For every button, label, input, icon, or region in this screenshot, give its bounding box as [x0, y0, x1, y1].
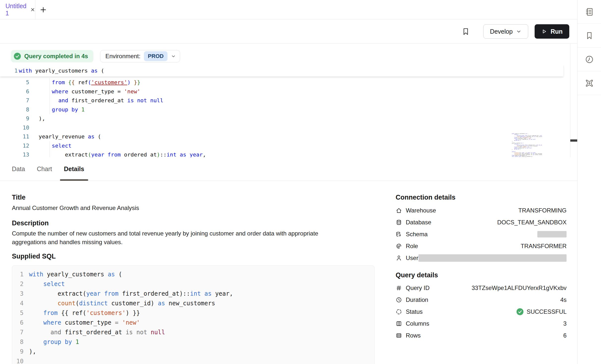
tab-close-icon[interactable]	[30, 7, 35, 12]
main-area: Untitled 1 Develop Run	[0, 0, 577, 364]
detail-label: Status	[406, 308, 423, 315]
detail-value: 6	[563, 332, 567, 339]
detail-row-query-id: Query ID33TZseWpe1ALFDUYerxR1gVKxbv	[396, 282, 567, 294]
tab-untitled-1[interactable]: Untitled 1	[0, 0, 35, 19]
connection-details-heading: Connection details	[396, 193, 567, 202]
plus-icon	[40, 6, 47, 13]
code-line-9: 9),	[15, 347, 374, 357]
code-line-1: 1with yearly_customers as (	[15, 270, 374, 279]
tab-chart[interactable]: Chart	[33, 157, 56, 181]
code-line-10: 10	[15, 357, 374, 364]
clock-icon	[396, 297, 402, 303]
code-line-5[interactable]: 5 from {{ ref('customers') }}	[0, 78, 570, 87]
description-value: Compute the number of new customers and …	[12, 229, 351, 246]
detail-value: DOCS_TEAM_SANDBOX	[497, 219, 567, 226]
code-line-7[interactable]: 7 and first_ordered_at is not null	[0, 96, 570, 105]
editor-minimap[interactable]: with yearly_customers as ( select extrac…	[512, 133, 542, 157]
connection-details-rows: WarehouseTRANSFORMINGDatabaseDOCS_TEAM_S…	[396, 205, 567, 264]
notebook-panel-button[interactable]	[577, 0, 601, 24]
code-line-10[interactable]: 10	[0, 123, 570, 132]
query-details-rows: Query ID33TZseWpe1ALFDUYerxR1gVKxbvDurat…	[396, 282, 567, 341]
notebook-icon	[584, 7, 595, 17]
code-line-4: 4 count(distinct customer_id) as new_cus…	[15, 299, 374, 308]
run-label: Run	[550, 28, 563, 35]
code-line-7: 7 and first_ordered_at is not null	[15, 328, 374, 337]
develop-label: Develop	[490, 28, 513, 35]
tab-bar: Untitled 1	[0, 0, 577, 20]
bookmarks-panel-button[interactable]	[577, 24, 601, 48]
code-line-1[interactable]: 1with yearly_customers as (	[0, 65, 563, 77]
bookmark-icon	[584, 30, 595, 41]
result-tabs: Data Chart Details	[0, 157, 577, 181]
detail-label: Warehouse	[406, 207, 436, 214]
clock-icon	[584, 54, 595, 65]
scrollbar-thumb[interactable]	[570, 139, 577, 142]
detail-value: 4s	[560, 296, 567, 303]
status-icon	[396, 309, 402, 315]
detail-row-rows: Rows6	[396, 330, 567, 341]
code-line-12[interactable]: 12 select	[0, 141, 570, 151]
code-editor[interactable]: 5 from {{ ref('customers') }}6 where cus…	[0, 65, 570, 157]
tab-details[interactable]: Details	[60, 157, 88, 181]
user-icon	[396, 255, 402, 261]
detail-row-user: User	[396, 252, 567, 264]
detail-row-duration: Duration4s	[396, 294, 567, 306]
query-details-heading: Query details	[396, 271, 567, 279]
bookmark-button[interactable]	[462, 27, 470, 36]
detail-row-status: StatusSUCCESSFUL	[396, 306, 567, 318]
detail-label: Schema	[406, 231, 428, 238]
code-line-8: 8 group by 1	[15, 337, 374, 347]
play-icon	[541, 28, 547, 34]
details-right-column: Connection details WarehouseTRANSFORMING…	[396, 181, 567, 341]
toolbar: Query completed in 4s Environment: PROD	[0, 44, 577, 65]
code-line-13[interactable]: 13 extract(year from ordered_at)::int as…	[0, 150, 570, 157]
title-heading: Title	[12, 193, 375, 202]
code-line-9[interactable]: 9),	[0, 114, 570, 123]
redacted-value	[418, 254, 567, 262]
supplied-sql-heading: Supplied SQL	[12, 252, 375, 260]
bookmark-icon	[462, 27, 470, 36]
detail-label: Columns	[406, 320, 429, 327]
detail-value: 3	[563, 320, 567, 327]
query-status-pill: Query completed in 4s	[11, 50, 93, 62]
environment-label: Environment:	[105, 53, 140, 60]
code-line-11[interactable]: 11yearly_revenue as (	[0, 132, 570, 141]
supplied-sql-block: 1with yearly_customers as (2 select3 ext…	[12, 265, 375, 364]
explorer-panel-button[interactable]	[577, 71, 601, 95]
code-line-3: 3 extract(year from first_ordered_at)::i…	[15, 289, 374, 299]
history-panel-button[interactable]	[577, 48, 601, 71]
rows-icon	[396, 332, 402, 339]
environment-select[interactable]: Environment: PROD	[100, 50, 180, 62]
hash-icon	[396, 285, 402, 291]
details-panel: Title Annual Customer Growth and Revenue…	[0, 181, 577, 364]
detail-row-database: DatabaseDOCS_TEAM_SANDBOX	[396, 216, 567, 228]
new-tab-button[interactable]	[35, 0, 51, 19]
check-circle-icon	[516, 308, 524, 315]
code-line-6: 6 where customer_type = 'new'	[15, 318, 374, 328]
develop-dropdown[interactable]: Develop	[483, 24, 528, 39]
code-line-8[interactable]: 8 group by 1	[0, 105, 570, 114]
tab-data[interactable]: Data	[8, 157, 29, 181]
code-line-5: 5 from {{ ref('customers') }}	[15, 308, 374, 318]
detail-value: TRANSFORMER	[521, 243, 567, 250]
header: Develop Run	[0, 20, 577, 44]
details-left-column: Title Annual Customer Growth and Revenue…	[12, 181, 375, 364]
detail-row-schema: Schema	[396, 228, 567, 240]
detail-label: Query ID	[406, 285, 430, 291]
check-circle-icon	[14, 52, 21, 60]
description-heading: Description	[12, 219, 375, 227]
detail-row-warehouse: WarehouseTRANSFORMING	[396, 205, 567, 216]
detail-value: 33TZseWpe1ALFDUYerxR1gVKxbv	[472, 285, 567, 291]
schema-icon	[396, 231, 402, 237]
code-line-6[interactable]: 6 where customer_type = 'new'	[0, 87, 570, 96]
right-sidebar	[577, 0, 601, 364]
detail-row-role: RoleTRANSFORMER	[396, 240, 567, 252]
role-icon	[396, 243, 402, 249]
run-button[interactable]: Run	[535, 24, 569, 39]
environment-value-badge: PROD	[144, 51, 168, 61]
editor-lines: 5 from {{ ref('customers') }}6 where cus…	[0, 78, 570, 157]
compass-star-icon	[584, 78, 595, 88]
detail-value: TRANSFORMING	[518, 207, 567, 214]
detail-label: Duration	[406, 296, 428, 303]
query-status-text: Query completed in 4s	[24, 53, 88, 60]
